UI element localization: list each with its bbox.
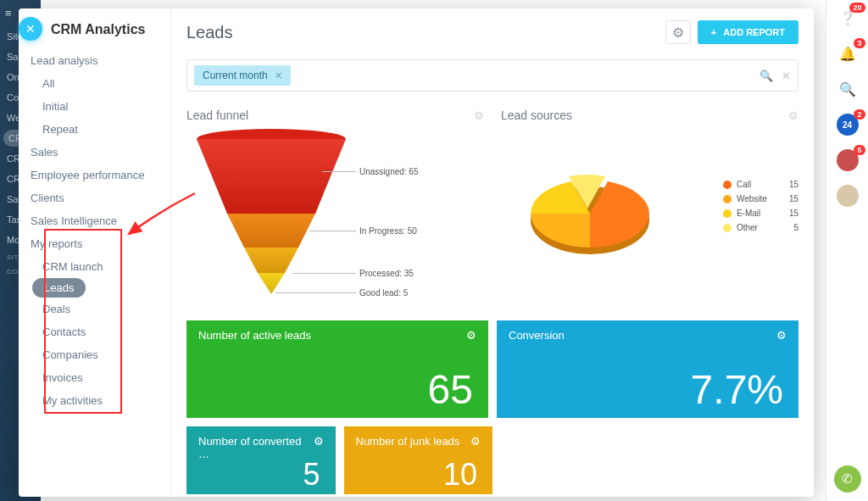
help-badge: 20 bbox=[849, 3, 865, 13]
b24-icon[interactable]: 242 bbox=[835, 112, 860, 137]
funnel-label-2: In Progress: 50 bbox=[359, 226, 417, 236]
tile-converted[interactable]: Number of converted …⚙ 5 bbox=[186, 426, 336, 494]
bell-badge: 3 bbox=[854, 38, 865, 48]
legend-row: E-Mail15 bbox=[723, 209, 798, 218]
filter-chip-label: Current month bbox=[203, 70, 268, 81]
nav-sub-item[interactable]: Invoices bbox=[31, 366, 170, 389]
main-content: Leads ⚙ +ADD REPORT Current month✕ 🔍✕ Le… bbox=[171, 8, 814, 497]
filter-search-icon[interactable]: 🔍 bbox=[760, 70, 773, 82]
funnel-label-4: Good lead: 5 bbox=[359, 288, 408, 298]
filter-clear-icon[interactable]: ✕ bbox=[782, 70, 791, 82]
page-title: Leads bbox=[186, 23, 233, 42]
nav-section[interactable]: Clients bbox=[31, 186, 170, 209]
filter-chip[interactable]: Current month✕ bbox=[194, 65, 291, 86]
tile-value: 5 bbox=[303, 457, 320, 493]
pie-legend: Call15Website15E-Mail15Other5 bbox=[723, 180, 798, 237]
panel-title: CRM Analytics bbox=[31, 22, 170, 49]
nav-sub-item[interactable]: CRM launch bbox=[31, 255, 170, 278]
tile-title: Number of active leads bbox=[198, 329, 311, 342]
tile-junk[interactable]: Number of junk leads⚙ 10 bbox=[344, 426, 493, 494]
settings-button[interactable]: ⚙ bbox=[665, 20, 691, 44]
tile-gear-icon[interactable]: ⚙ bbox=[776, 329, 787, 342]
bell-icon[interactable]: 🔔3 bbox=[835, 41, 860, 66]
nav-section[interactable]: Sales Intelligence bbox=[31, 209, 170, 232]
pie-title: Lead sources bbox=[501, 109, 572, 122]
avatar-badge: 5 bbox=[854, 145, 865, 155]
legend-row: Website15 bbox=[723, 194, 798, 203]
add-report-button[interactable]: +ADD REPORT bbox=[698, 20, 798, 44]
tile-value: 65 bbox=[428, 366, 473, 413]
legend-row: Call15 bbox=[723, 180, 798, 189]
nav-sub-item[interactable]: All bbox=[31, 72, 170, 95]
b24-badge: 2 bbox=[854, 109, 865, 120]
nav-sub-item[interactable]: My activities bbox=[31, 389, 170, 412]
funnel-label-3: Processed: 35 bbox=[359, 269, 414, 278]
pie-chart: Lead sources⚙ Call15Website15E-Mail15Oth… bbox=[501, 109, 798, 307]
tile-value: 10 bbox=[443, 457, 477, 493]
pie-settings-icon[interactable]: ⚙ bbox=[788, 109, 798, 122]
nav-sub-item[interactable]: Deals bbox=[31, 298, 170, 320]
tile-gear-icon[interactable]: ⚙ bbox=[466, 329, 476, 342]
funnel-title: Lead funnel bbox=[186, 109, 248, 122]
filter-bar[interactable]: Current month✕ 🔍✕ bbox=[186, 59, 798, 92]
tile-active-leads[interactable]: Number of active leads⚙ 65 bbox=[186, 320, 488, 418]
tile-title: Number of converted … bbox=[198, 435, 314, 460]
analytics-panel: CRM Analytics Lead analysisAllInitialRep… bbox=[19, 8, 814, 497]
close-panel-button[interactable]: ✕ bbox=[19, 17, 42, 41]
nav-section[interactable]: Employee performance bbox=[31, 164, 170, 186]
nav-section[interactable]: Sales bbox=[31, 141, 170, 164]
sidebar: CRM Analytics Lead analysisAllInitialRep… bbox=[19, 8, 171, 497]
legend-row: Other5 bbox=[723, 223, 798, 232]
nav-sub-item[interactable]: Repeat bbox=[31, 118, 170, 141]
nav-sub-item[interactable]: Initial bbox=[31, 95, 170, 118]
nav-section[interactable]: Lead analysis bbox=[31, 49, 170, 72]
tile-title: Number of junk leads bbox=[356, 435, 460, 448]
tile-gear-icon[interactable]: ⚙ bbox=[470, 435, 481, 448]
tile-value: 7.7% bbox=[691, 366, 783, 413]
add-report-label: ADD REPORT bbox=[723, 27, 785, 37]
funnel-chart: Lead funnel⚙ bbox=[186, 109, 484, 307]
tile-conversion[interactable]: Conversion⚙ 7.7% bbox=[497, 320, 798, 418]
search-icon[interactable]: 🔍 bbox=[835, 76, 860, 102]
right-rail: ❔20 🔔3 🔍 242 5 ✆ bbox=[826, 0, 868, 501]
help-icon[interactable]: ❔20 bbox=[835, 5, 860, 31]
tile-title: Conversion bbox=[509, 329, 565, 342]
nav-sub-item[interactable]: Contacts bbox=[31, 320, 170, 343]
plus-icon: + bbox=[711, 27, 716, 37]
avatar-2[interactable] bbox=[835, 183, 860, 209]
nav-section[interactable]: My reports bbox=[31, 232, 170, 255]
chip-remove-icon[interactable]: ✕ bbox=[275, 70, 282, 81]
call-button[interactable]: ✆ bbox=[834, 465, 861, 493]
avatar-1[interactable]: 5 bbox=[835, 148, 860, 173]
funnel-label-1: Unassigned: 65 bbox=[359, 167, 419, 176]
nav-sub-item[interactable]: Companies bbox=[31, 343, 170, 366]
nav-sub-item[interactable]: Leads bbox=[32, 278, 86, 298]
funnel-settings-icon[interactable]: ⚙ bbox=[474, 109, 484, 122]
